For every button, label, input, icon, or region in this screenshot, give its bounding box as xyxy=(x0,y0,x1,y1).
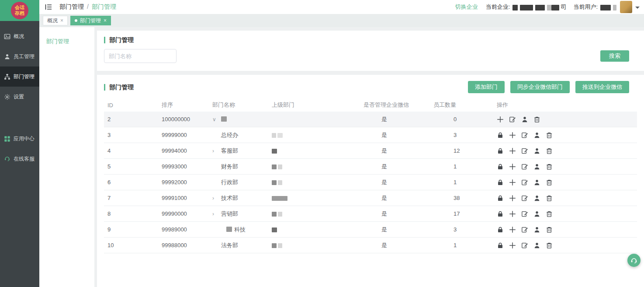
expand-toggle-icon[interactable]: › xyxy=(212,195,221,201)
delete-icon[interactable] xyxy=(546,242,553,249)
lock-icon[interactable] xyxy=(497,179,504,186)
settings-icon xyxy=(4,94,10,100)
subsidebar-item[interactable]: 部门管理 xyxy=(39,36,94,47)
cell-id: 3 xyxy=(104,132,158,138)
table-row[interactable]: 6 99992000 行政部 是 1 xyxy=(104,175,637,190)
add-sub-department-icon[interactable] xyxy=(509,210,516,217)
edit-icon[interactable] xyxy=(521,179,528,186)
add-sub-department-icon[interactable] xyxy=(509,195,516,202)
members-icon[interactable] xyxy=(533,163,540,170)
edit-icon[interactable] xyxy=(521,163,528,170)
members-icon[interactable] xyxy=(533,210,540,217)
table-row[interactable]: 9 99989000 科技 是 3 xyxy=(104,222,637,238)
current-user-label: 当前用户: xyxy=(573,3,598,11)
sidebar-item-support[interactable]: 在线客服 xyxy=(0,149,39,169)
lock-icon[interactable] xyxy=(497,195,504,202)
edit-icon[interactable] xyxy=(521,242,528,249)
add-sub-department-icon[interactable] xyxy=(509,242,516,249)
cell-id: 9 xyxy=(104,226,158,233)
members-icon[interactable] xyxy=(533,179,540,186)
user-avatar[interactable] xyxy=(620,1,632,13)
delete-icon[interactable] xyxy=(546,210,553,217)
add-sub-department-icon[interactable] xyxy=(509,163,516,170)
members-icon[interactable] xyxy=(533,147,540,154)
tab-close-icon[interactable]: × xyxy=(60,18,63,23)
table-row[interactable]: 5 99993000 财务部 是 1 xyxy=(104,159,637,175)
delete-icon[interactable] xyxy=(546,226,553,233)
sidebar-item-apps[interactable]: 应用中心 xyxy=(0,129,39,149)
breadcrumb-current: 部门管理 xyxy=(92,3,116,10)
edit-icon[interactable] xyxy=(521,147,528,154)
search-button[interactable]: 搜索 xyxy=(600,50,629,62)
delete-icon[interactable] xyxy=(546,179,553,186)
lock-icon[interactable] xyxy=(497,242,504,249)
sidebar-item-employees[interactable]: 员工管理 xyxy=(0,46,39,66)
delete-icon[interactable] xyxy=(546,195,553,202)
delete-icon[interactable] xyxy=(546,147,553,154)
expand-toggle-icon[interactable]: › xyxy=(212,148,221,154)
table-row[interactable]: 7 99991000 ›技术部 是 38 xyxy=(104,190,637,206)
cell-department-name: 总经办 xyxy=(209,131,268,139)
table-actions: 添加部门同步企业微信部门推送到企业微信 xyxy=(468,81,629,93)
members-icon[interactable] xyxy=(521,116,528,123)
add-sub-department-icon[interactable] xyxy=(509,226,516,233)
edit-icon[interactable] xyxy=(509,116,516,123)
add-sub-department-icon[interactable] xyxy=(509,132,516,139)
cell-employee-count: 3 xyxy=(430,226,493,233)
delete-icon[interactable] xyxy=(546,163,553,170)
table-row[interactable]: 4 99994000 ›客服部 是 12 xyxy=(104,143,637,159)
expand-toggle-icon[interactable]: ∨ xyxy=(212,116,221,122)
column-header: 操作 xyxy=(493,101,637,109)
lock-icon[interactable] xyxy=(497,210,504,217)
sidebar-item-settings[interactable]: 设置 xyxy=(0,87,39,107)
online-support-button[interactable] xyxy=(627,254,641,267)
edit-icon[interactable] xyxy=(521,195,528,202)
switch-company-link[interactable]: 切换企业 xyxy=(455,3,478,11)
breadcrumb-root[interactable]: 部门管理 xyxy=(59,3,84,10)
sidebar-item-overview[interactable]: 概况 xyxy=(0,26,39,46)
edit-icon[interactable] xyxy=(521,226,528,233)
cell-id: 4 xyxy=(104,147,158,154)
expand-toggle-icon[interactable]: › xyxy=(212,211,221,217)
table-row[interactable]: 3 99999000 总经办 是 3 xyxy=(104,127,637,143)
sidebar-item-label: 概况 xyxy=(14,33,24,40)
lock-icon[interactable] xyxy=(497,147,504,154)
table-row[interactable]: 8 99990000 ›营销部 是 17 xyxy=(104,206,637,222)
sidebar-item-label: 应用中心 xyxy=(14,135,35,143)
edit-icon[interactable] xyxy=(521,132,528,139)
department-name: 科技 xyxy=(234,226,246,233)
lock-icon[interactable] xyxy=(497,163,504,170)
lock-icon[interactable] xyxy=(497,132,504,139)
tab-close-icon[interactable]: × xyxy=(104,18,107,23)
members-icon[interactable] xyxy=(533,195,540,202)
tab[interactable]: 概况 × xyxy=(43,16,68,25)
delete-icon[interactable] xyxy=(546,132,553,139)
members-icon[interactable] xyxy=(533,226,540,233)
department-name-input[interactable] xyxy=(104,49,177,63)
cell-parent-department xyxy=(268,226,360,233)
action-button[interactable]: 添加部门 xyxy=(468,81,505,93)
members-icon[interactable] xyxy=(533,242,540,249)
edit-icon[interactable] xyxy=(521,210,528,217)
add-sub-department-icon[interactable] xyxy=(509,179,516,186)
table-row[interactable]: 2 100000000 ∨ 是 0 xyxy=(104,112,637,127)
collapse-menu-icon[interactable] xyxy=(45,3,52,11)
user-menu-caret-icon[interactable] xyxy=(635,7,640,11)
secondary-sidebar: 部门管理 xyxy=(39,27,94,287)
delete-icon[interactable] xyxy=(533,116,540,123)
table-row[interactable]: 10 99988000 法务部 是 1 xyxy=(104,238,637,253)
current-user-redacted xyxy=(600,4,616,10)
lock-icon[interactable] xyxy=(497,226,504,233)
members-icon[interactable] xyxy=(533,132,540,139)
main-content: 部门管理 搜索 部门管理 添加部门同步企业微信部门推送到企业微信 ID排序部门名… xyxy=(97,27,644,287)
sidebar-item-departments[interactable]: 部门管理 xyxy=(0,66,39,87)
action-button[interactable]: 同步企业微信部门 xyxy=(510,81,570,93)
tab-active[interactable]: 部门管理 × xyxy=(70,16,111,25)
apps-icon xyxy=(4,136,10,142)
tab-label: 部门管理 xyxy=(80,17,101,24)
add-sub-department-icon[interactable] xyxy=(509,147,516,154)
add-sub-department-icon[interactable] xyxy=(497,116,504,123)
action-button[interactable]: 推送到企业微信 xyxy=(575,81,629,93)
department-name: 技术部 xyxy=(221,195,238,201)
cell-sort: 99990000 xyxy=(158,210,209,217)
